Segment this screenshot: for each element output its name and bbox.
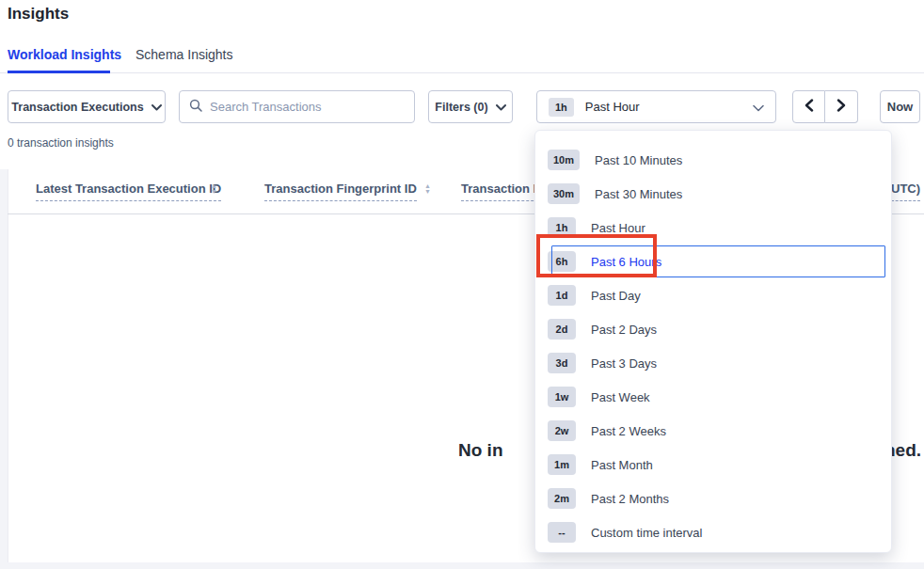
previous-interval-button[interactable] <box>792 90 825 123</box>
time-option-past-2-months[interactable]: 2m Past 2 Months <box>535 482 891 515</box>
time-option-badge: 1h <box>548 217 576 238</box>
search-input[interactable] <box>210 100 405 114</box>
time-interval-dropdown: 10m Past 10 Minutes 30m Past 30 Minutes … <box>534 130 892 553</box>
time-option-badge: 1w <box>548 387 576 407</box>
time-option-past-10-minutes[interactable]: 10m Past 10 Minutes <box>535 143 891 177</box>
time-option-label: Past 2 Days <box>591 323 657 337</box>
time-option-badge: 1d <box>548 285 576 306</box>
search-box[interactable] <box>179 90 415 123</box>
insights-count: 0 transaction insights <box>8 136 114 150</box>
sort-icon[interactable]: ▲▼ <box>424 183 431 195</box>
time-option-past-2-weeks[interactable]: 2w Past 2 Weeks <box>535 414 891 448</box>
insights-page: Insights Workload Insights Schema Insigh… <box>0 0 924 569</box>
now-button[interactable]: Now <box>880 90 920 123</box>
time-option-past-day[interactable]: 1d Past Day <box>535 278 891 312</box>
filters-button-label: Filters (0) <box>435 101 487 114</box>
time-option-badge: 30m <box>548 183 580 204</box>
time-option-badge: 1m <box>548 454 576 475</box>
sort-down-arrow: ▼ <box>424 189 431 195</box>
tab-schema-insights[interactable]: Schema Insights <box>135 47 233 62</box>
time-option-past-3-days[interactable]: 3d Past 3 Days <box>535 346 891 380</box>
time-option-badge: 10m <box>548 150 580 170</box>
now-button-label: Now <box>887 100 913 114</box>
tab-workload-insights[interactable]: Workload Insights <box>8 47 121 62</box>
time-option-label: Past Week <box>591 390 650 404</box>
time-option-badge: 6h <box>548 251 576 272</box>
time-option-badge: 2m <box>548 488 576 509</box>
time-option-label: Past 3 Days <box>591 356 657 371</box>
sort-icon[interactable]: ▲▼ <box>211 183 217 195</box>
time-option-past-hour[interactable]: 1h Past Hour <box>535 211 891 245</box>
time-option-label: Past 10 Minutes <box>595 153 682 167</box>
time-option-label: Past Day <box>591 289 641 303</box>
time-option-label: Past Month <box>591 458 653 472</box>
sort-down-arrow: ▼ <box>211 189 217 195</box>
empty-state-text-left: No in <box>458 440 503 461</box>
time-option-past-week[interactable]: 1w Past Week <box>535 380 891 414</box>
time-option-label: Past Hour <box>591 221 645 235</box>
page-bottom-gutter <box>0 562 924 569</box>
column-header-utc-clipped[interactable]: UTC) <box>891 182 920 201</box>
time-option-past-30-minutes[interactable]: 30m Past 30 Minutes <box>535 177 891 211</box>
chevron-down-icon <box>753 99 764 116</box>
next-interval-button[interactable] <box>825 90 858 123</box>
time-interval-badge: 1h <box>549 98 574 117</box>
column-header-transaction-fingerprint-id[interactable]: Transaction Fingerprint ID <box>264 182 417 201</box>
time-option-label: Past 30 Minutes <box>595 187 682 201</box>
time-option-badge: -- <box>548 522 576 543</box>
time-option-badge: 2w <box>548 420 576 441</box>
page-gutter <box>0 169 8 569</box>
time-option-past-2-days[interactable]: 2d Past 2 Days <box>535 312 891 346</box>
time-option-label: Past 6 Hours <box>591 255 661 269</box>
chevron-down-icon <box>496 101 506 114</box>
time-option-past-month[interactable]: 1m Past Month <box>535 448 891 482</box>
time-interval-selector[interactable]: 1h Past Hour <box>536 90 776 123</box>
workload-type-selector-label: Transaction Executions <box>11 101 143 114</box>
chevron-right-icon <box>836 99 846 116</box>
time-option-label: Custom time interval <box>591 526 702 540</box>
workload-type-selector[interactable]: Transaction Executions <box>8 90 166 123</box>
time-option-label: Past 2 Months <box>591 492 669 506</box>
active-tab-underline <box>8 71 110 73</box>
search-icon <box>189 99 202 116</box>
chevron-left-icon <box>805 99 814 116</box>
time-option-badge: 2d <box>548 319 576 340</box>
time-option-custom-time-interval[interactable]: -- Custom time interval <box>535 515 891 549</box>
chevron-down-icon <box>151 101 162 114</box>
time-interval-label: Past Hour <box>585 100 741 114</box>
time-option-label: Past 2 Weeks <box>591 424 666 438</box>
page-title: Insights <box>8 5 69 24</box>
column-header-latest-transaction-execution-id[interactable]: Latest Transaction Execution ID <box>36 182 221 201</box>
filters-button[interactable]: Filters (0) <box>428 90 513 123</box>
tab-bar: Workload Insights Schema Insights <box>0 41 924 73</box>
time-option-badge: 3d <box>548 353 576 373</box>
time-option-past-6-hours[interactable]: 6h Past 6 Hours <box>535 245 891 278</box>
time-nav-group <box>792 90 858 123</box>
